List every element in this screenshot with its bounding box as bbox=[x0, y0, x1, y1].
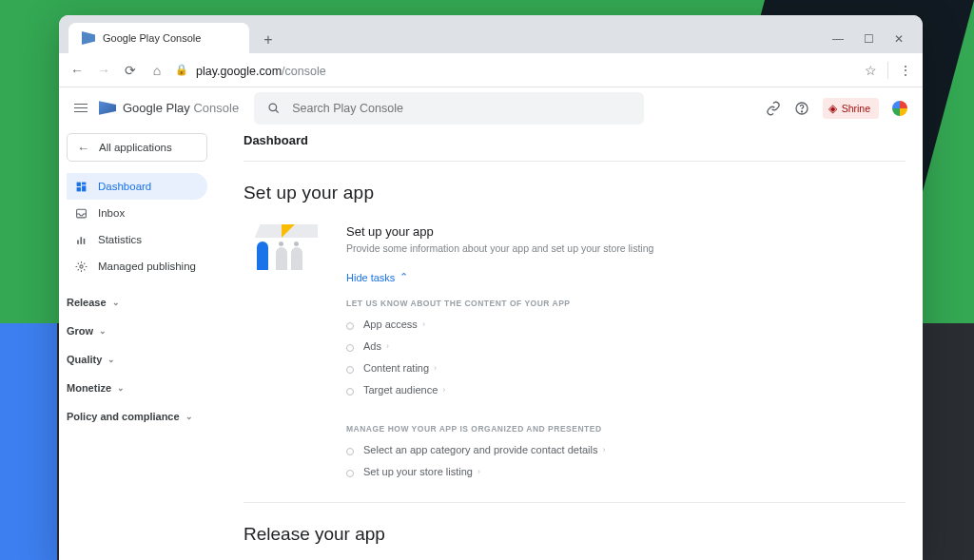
search-box[interactable] bbox=[254, 92, 644, 125]
sidebar-section-policy[interactable]: Policy and compliance⌄ bbox=[67, 411, 207, 422]
chevron-down-icon: ⌄ bbox=[107, 355, 115, 364]
svg-rect-7 bbox=[76, 187, 80, 191]
statistics-icon bbox=[74, 234, 88, 246]
svg-point-3 bbox=[801, 110, 802, 111]
setup-card: Set up your app Provide some information… bbox=[244, 224, 906, 477]
brand-text: Google Play Console bbox=[123, 101, 239, 115]
new-tab-button[interactable]: + bbox=[255, 27, 282, 53]
browser-menu-button[interactable]: ⋮ bbox=[898, 63, 913, 78]
diamond-icon: ◈ bbox=[828, 102, 837, 115]
address-bar: ← → ⟳ ⌂ 🔒 play.google.com/console ☆ ⋮ bbox=[59, 53, 923, 87]
main-content: Dashboard Set up your app Set up your ap… bbox=[215, 129, 923, 560]
play-console-favicon bbox=[82, 31, 95, 45]
task-app-access[interactable]: App access› bbox=[363, 319, 653, 330]
reload-button[interactable]: ⟳ bbox=[122, 63, 139, 78]
forward-button[interactable]: → bbox=[95, 63, 112, 78]
chevron-down-icon: ⌄ bbox=[99, 326, 107, 336]
sidebar-item-dashboard[interactable]: Dashboard bbox=[67, 173, 207, 200]
dashboard-icon bbox=[74, 181, 88, 193]
svg-line-1 bbox=[276, 109, 279, 112]
browser-tab[interactable]: Google Play Console bbox=[68, 23, 249, 53]
chevron-right-icon: › bbox=[442, 385, 445, 395]
card-subtitle: Provide some information about your app … bbox=[346, 242, 653, 254]
help-icon[interactable] bbox=[794, 101, 809, 116]
brand[interactable]: Google Play Console bbox=[99, 100, 239, 117]
sidebar-section-release[interactable]: Release⌄ bbox=[67, 297, 207, 308]
console-topbar: Google Play Console ◈ Shrine bbox=[59, 87, 923, 129]
sidebar-item-label: Managed publishing bbox=[98, 261, 196, 272]
home-button[interactable]: ⌂ bbox=[148, 63, 166, 78]
sidebar-item-inbox[interactable]: Inbox bbox=[67, 200, 207, 226]
back-arrow-icon: ← bbox=[77, 141, 89, 155]
task-content-rating[interactable]: Content rating› bbox=[363, 362, 653, 374]
all-applications-label: All applications bbox=[99, 142, 172, 153]
task-group-label: LET US KNOW ABOUT THE CONTENT OF YOUR AP… bbox=[346, 299, 653, 308]
svg-point-0 bbox=[269, 104, 277, 111]
svg-point-12 bbox=[79, 264, 82, 267]
url-host: play.google.com bbox=[196, 65, 282, 78]
svg-rect-11 bbox=[83, 238, 85, 243]
sidebar-item-label: Dashboard bbox=[98, 181, 151, 192]
url-path: /console bbox=[282, 65, 326, 78]
card-title: Set up your app bbox=[346, 224, 653, 239]
sidebar-section-quality[interactable]: Quality⌄ bbox=[67, 354, 207, 365]
svg-rect-9 bbox=[77, 240, 79, 243]
task-target-audience[interactable]: Target audience› bbox=[363, 384, 653, 396]
search-icon bbox=[267, 102, 281, 115]
section-heading-setup: Set up your app bbox=[244, 183, 906, 203]
app-chip[interactable]: ◈ Shrine bbox=[823, 98, 879, 119]
svg-rect-5 bbox=[82, 182, 86, 184]
chevron-down-icon: ⌄ bbox=[112, 298, 120, 307]
task-app-category[interactable]: Select an app category and provide conta… bbox=[363, 444, 653, 455]
chevron-down-icon: ⌄ bbox=[117, 383, 125, 393]
publishing-icon bbox=[74, 261, 88, 273]
svg-rect-6 bbox=[82, 185, 86, 191]
sidebar-item-managed-publishing[interactable]: Managed publishing bbox=[67, 253, 207, 280]
sidebar-item-label: Inbox bbox=[98, 207, 125, 219]
chevron-right-icon: › bbox=[477, 467, 480, 476]
search-input[interactable] bbox=[292, 102, 631, 115]
section-heading-release: Release your app bbox=[244, 524, 906, 545]
svg-rect-10 bbox=[80, 237, 82, 244]
svg-rect-4 bbox=[76, 182, 80, 185]
sidebar-item-statistics[interactable]: Statistics bbox=[67, 226, 207, 253]
task-ads[interactable]: Ads› bbox=[363, 340, 653, 352]
sidebar-section-monetize[interactable]: Monetize⌄ bbox=[67, 382, 207, 394]
chevron-down-icon: ⌄ bbox=[185, 412, 193, 421]
google-account-icon[interactable] bbox=[892, 101, 907, 116]
task-store-listing[interactable]: Set up your store listing› bbox=[363, 466, 653, 477]
link-icon[interactable] bbox=[766, 101, 781, 116]
chevron-up-icon: ⌃ bbox=[399, 271, 408, 283]
play-logo-icon bbox=[99, 100, 116, 117]
setup-illustration bbox=[244, 224, 323, 278]
page-title: Dashboard bbox=[244, 133, 906, 162]
omnibox[interactable]: 🔒 play.google.com/console ☆ bbox=[175, 62, 878, 79]
tab-title: Google Play Console bbox=[103, 32, 201, 44]
tab-strip: Google Play Console + — ☐ ✕ bbox=[59, 15, 923, 53]
sidebar-section-grow[interactable]: Grow⌄ bbox=[67, 325, 207, 337]
bookmark-star-icon[interactable]: ☆ bbox=[863, 63, 878, 78]
chevron-right-icon: › bbox=[422, 319, 425, 329]
task-group-label: MANAGE HOW YOUR APP IS ORGANIZED AND PRE… bbox=[346, 424, 653, 434]
sidebar-item-label: Statistics bbox=[98, 234, 142, 245]
lock-icon: 🔒 bbox=[175, 64, 188, 76]
back-button[interactable]: ← bbox=[68, 63, 86, 78]
sidebar: ← All applications Dashboard Inb bbox=[59, 129, 215, 560]
hamburger-menu-icon[interactable] bbox=[74, 104, 88, 113]
window-close-button[interactable]: ✕ bbox=[892, 32, 906, 46]
window-minimize-button[interactable]: — bbox=[831, 32, 845, 46]
browser-window: Google Play Console + — ☐ ✕ ← → ⟳ ⌂ 🔒 pl… bbox=[59, 15, 923, 560]
inbox-icon bbox=[74, 207, 88, 220]
chevron-right-icon: › bbox=[434, 363, 437, 373]
chevron-right-icon: › bbox=[386, 341, 389, 351]
window-maximize-button[interactable]: ☐ bbox=[862, 32, 875, 46]
hide-tasks-toggle[interactable]: Hide tasks ⌃ bbox=[346, 271, 408, 283]
chevron-right-icon: › bbox=[602, 445, 605, 454]
all-applications-button[interactable]: ← All applications bbox=[67, 133, 207, 162]
app-chip-label: Shrine bbox=[842, 103, 870, 114]
